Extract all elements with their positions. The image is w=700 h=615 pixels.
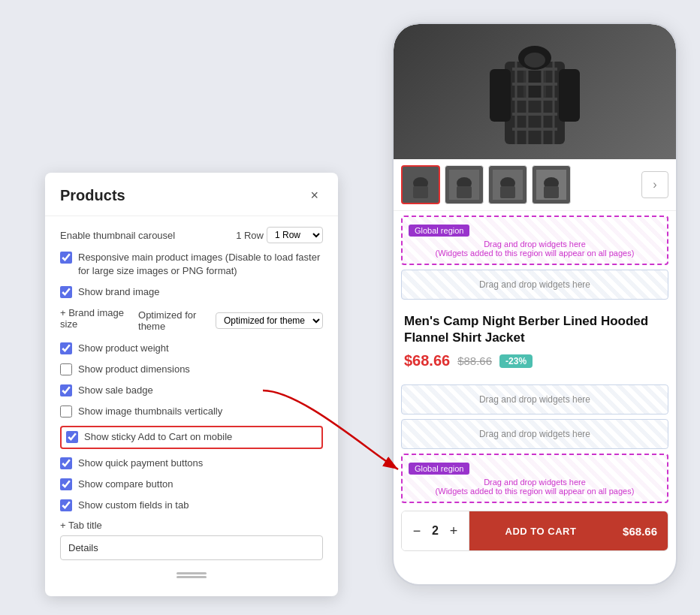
price-row: $68.66 $88.66 -23% xyxy=(404,352,665,369)
drag-drop-zone-3[interactable]: Drag and drop widgets here xyxy=(401,419,668,449)
drag-handle[interactable] xyxy=(60,568,323,581)
global-region-text-bottom: Drag and drop widgets here (Widgets adde… xyxy=(409,478,661,496)
global-region-text-top: Drag and drop widgets here (Widgets adde… xyxy=(409,240,661,258)
responsive-images-label: Responsive main product images (Disable … xyxy=(78,251,323,278)
brand-size-value: Optimized for theme xyxy=(138,309,213,332)
quantity-section: − 2 + xyxy=(402,511,469,550)
cart-price: $68.66 xyxy=(612,511,668,550)
add-to-cart-bar: − 2 + ADD TO CART $68.66 xyxy=(401,511,668,551)
phone-outer: › Global region Drag and drop widgets he… xyxy=(392,23,677,586)
global-region-top: Global region Drag and drop widgets here… xyxy=(401,216,668,265)
add-to-cart-label: ADD TO CART xyxy=(505,526,577,537)
thumbnail-carousel-row: Enable thumbnail carousel 1 Row 1 Row 2 … xyxy=(60,227,323,243)
drag-drop-zone-2[interactable]: Drag and drop widgets here xyxy=(401,384,668,415)
panel-body: Enable thumbnail carousel 1 Row 1 Row 2 … xyxy=(45,216,338,596)
show-brand-row: Show brand image xyxy=(60,285,323,299)
thumbnail-row: › xyxy=(394,159,676,211)
show-sale-badge-row: Show sale badge xyxy=(60,384,323,397)
thumbnail-carousel-value: 1 Row xyxy=(236,230,264,241)
show-weight-label: Show product weight xyxy=(78,342,169,355)
show-compare-row: Show compare button xyxy=(60,478,323,491)
show-quick-payment-label: Show quick payment buttons xyxy=(78,457,203,470)
sticky-add-to-cart-checkbox[interactable] xyxy=(66,431,78,443)
show-weight-row: Show product weight xyxy=(60,342,323,355)
svg-rect-3 xyxy=(559,69,580,122)
global-region-label-top: Global region xyxy=(409,225,469,237)
brand-size-row: + Brand image size Optimized for theme O… xyxy=(60,307,323,334)
show-brand-label: Show brand image xyxy=(78,285,159,299)
thumbnail-4[interactable] xyxy=(532,165,571,204)
brand-size-label: + Brand image size xyxy=(60,307,138,330)
add-to-cart-button[interactable]: ADD TO CART xyxy=(469,511,612,550)
brand-size-select-wrap: Optimized for theme Optimized for theme xyxy=(138,309,323,332)
svg-rect-19 xyxy=(413,186,428,198)
global-region-label-bottom: Global region xyxy=(409,463,469,475)
phone-mockup: › Global region Drag and drop widgets he… xyxy=(392,23,685,593)
price-original: $88.66 xyxy=(457,354,492,367)
show-thumbnails-vertically-checkbox[interactable] xyxy=(60,405,72,418)
sticky-add-to-cart-row: Show sticky Add to Cart on mobile xyxy=(66,430,317,444)
responsive-images-row: Responsive main product images (Disable … xyxy=(60,251,323,278)
panel-title: Products xyxy=(60,187,125,204)
show-dimensions-row: Show product dimensions xyxy=(60,363,323,376)
show-custom-fields-checkbox[interactable] xyxy=(60,499,72,511)
responsive-images-checkbox[interactable] xyxy=(60,252,72,264)
show-brand-checkbox[interactable] xyxy=(60,286,72,298)
svg-rect-25 xyxy=(500,186,515,198)
sticky-add-to-cart-label: Show sticky Add to Cart on mobile xyxy=(84,430,232,444)
settings-panel: Products × Enable thumbnail carousel 1 R… xyxy=(45,173,338,596)
tab-title-plus-label: + Tab title xyxy=(60,520,323,531)
show-custom-fields-label: Show custom fields in tab xyxy=(78,499,189,512)
show-quick-payment-row: Show quick payment buttons xyxy=(60,457,323,470)
price-current: $68.66 xyxy=(404,352,450,369)
quantity-increase-button[interactable]: + xyxy=(446,523,461,538)
drag-drop-zone-1[interactable]: Drag and drop widgets here xyxy=(401,270,668,300)
show-thumbnails-vertically-label: Show image thumbnails vertically xyxy=(78,405,222,418)
product-info: Men's Camp Night Berber Lined Hooded Fla… xyxy=(394,304,676,380)
show-quick-payment-checkbox[interactable] xyxy=(60,457,72,469)
svg-point-16 xyxy=(524,53,545,68)
show-sale-badge-checkbox[interactable] xyxy=(60,384,72,396)
global-region-bottom: Global region Drag and drop widgets here… xyxy=(401,454,668,503)
thumbnail-carousel-select-wrap: 1 Row 1 Row 2 Rows xyxy=(236,227,323,243)
brand-size-select[interactable]: Optimized for theme xyxy=(216,312,323,329)
close-button[interactable]: × xyxy=(306,186,323,205)
show-dimensions-label: Show product dimensions xyxy=(78,363,190,376)
discount-badge: -23% xyxy=(499,354,533,368)
quantity-decrease-button[interactable]: − xyxy=(409,523,424,538)
svg-rect-22 xyxy=(457,186,472,198)
show-compare-label: Show compare button xyxy=(78,478,173,491)
svg-rect-28 xyxy=(544,186,559,198)
phone-screen[interactable]: › Global region Drag and drop widgets he… xyxy=(394,24,676,584)
show-compare-checkbox[interactable] xyxy=(60,478,72,490)
show-thumbnails-vertically-row: Show image thumbnails vertically xyxy=(60,405,323,418)
show-dimensions-checkbox[interactable] xyxy=(60,363,72,375)
tab-title-input[interactable] xyxy=(60,535,323,560)
show-weight-checkbox[interactable] xyxy=(60,342,72,354)
thumbnails-next-button[interactable]: › xyxy=(641,171,668,198)
sticky-add-to-cart-highlight: Show sticky Add to Cart on mobile xyxy=(60,426,323,448)
thumbnail-3[interactable] xyxy=(488,165,527,204)
product-title: Men's Camp Night Berber Lined Hooded Fla… xyxy=(404,313,665,346)
thumbnail-1[interactable] xyxy=(401,165,440,204)
show-sale-badge-label: Show sale badge xyxy=(78,384,153,397)
thumbnail-2[interactable] xyxy=(445,165,484,204)
product-main-image xyxy=(394,24,676,159)
thumbnail-carousel-label: Enable thumbnail carousel xyxy=(60,230,236,241)
svg-rect-2 xyxy=(490,69,511,122)
thumbnail-carousel-select[interactable]: 1 Row 2 Rows xyxy=(267,227,323,243)
quantity-value: 2 xyxy=(432,524,439,538)
show-custom-fields-row: Show custom fields in tab xyxy=(60,499,323,512)
panel-header: Products × xyxy=(45,173,338,216)
